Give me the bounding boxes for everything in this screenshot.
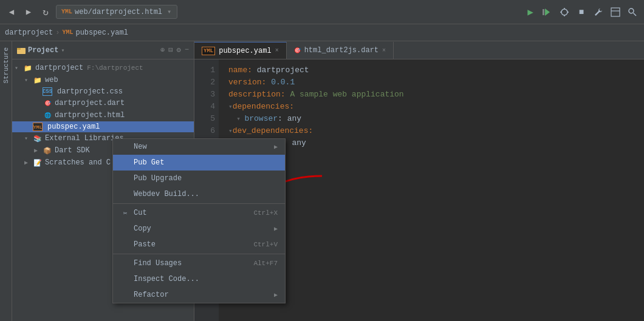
ctx-new[interactable]: New ▶ [113,139,285,155]
tab-pubspec-yaml[interactable]: YML pubspec.yaml × [194,42,287,59]
html-file-icon: 🌐 [43,110,52,120]
scratch-icon: 📝 [33,158,43,167]
code-line-6: ▾dev_dependencies: [228,125,644,137]
inspect-icon [120,274,130,284]
ctx-find-usages-shortcut: Alt+F7 [253,260,278,267]
tree-css-file[interactable]: CSS dartproject.css [12,86,194,97]
ctx-paste-label: Paste [134,240,250,249]
panel-title: Project [28,46,58,55]
root-folder-icon: 📁 [23,63,33,73]
svg-rect-1 [543,9,544,15]
context-menu: New ▶ Pub Get Pub Upgrade Webdev Build..… [112,138,286,303]
sidebar-vertical-tab: Structure [0,41,12,321]
add-icon[interactable]: ⊕ [160,46,165,55]
yaml-file-icon: YML [33,123,43,131]
gear-icon[interactable]: ⚙ [177,46,181,55]
code-line-1: name: dartproject [228,64,644,76]
tree-html-file[interactable]: 🌐 dartproject.html [12,109,194,121]
scratch-arrow: ▶ [24,159,33,166]
pub-upgrade-icon [120,174,130,183]
run-button[interactable]: ▶ [524,5,537,19]
panel-collapse-arrow[interactable]: ▾ [61,47,64,54]
yaml-label: pubspec.yaml [47,123,100,131]
search-button[interactable] [626,5,639,19]
ctx-cut-label: Cut [134,209,250,217]
yaml-tab-icon: YML [202,47,215,55]
ctx-new-label: New [134,143,270,151]
yaml-tab-close[interactable]: × [275,47,279,54]
web-arrow: ▾ [24,76,33,84]
tree-web-folder[interactable]: ▾ 📁 web [12,74,194,86]
collapse-all-icon[interactable]: ⊟ [168,46,173,55]
ctx-paste[interactable]: Paste Ctrl+V [113,237,285,252]
dart-tab-icon: 🎯 [294,47,301,54]
ctx-pub-get-label: Pub Get [134,158,278,167]
paste-icon [120,240,130,249]
url-bar[interactable]: YML web/dartproject.html ▾ [56,5,177,19]
ctx-pub-upgrade[interactable]: Pub Upgrade [113,171,285,186]
folder-icon [17,46,26,55]
code-line-5: ▾ browser: any [228,113,644,125]
sdk-icon: 📦 [43,146,52,155]
code-line-7: ▾ unittest: any [228,137,644,149]
dart-tab-close[interactable]: × [382,47,386,54]
copy-arrow: ▶ [274,225,278,232]
tree-dart-file[interactable]: 🎯 dartproject.dart [12,97,194,109]
toolbar: ◀ ▶ ↻ YML web/dartproject.html ▾ ▶ ■ [0,0,644,24]
refresh-button[interactable]: ↻ [39,5,52,19]
structure-tab-label[interactable]: Structure [2,47,10,83]
ctx-sep-1 [113,203,285,204]
stop-button[interactable]: ■ [575,5,588,19]
debug-button[interactable] [541,5,554,19]
svg-line-10 [634,13,637,16]
ext-arrow: ▾ [24,135,33,142]
root-arrow: ▾ [15,64,23,72]
web-folder-icon: 📁 [33,75,43,85]
ctx-find-usages-label: Find Usages [134,259,250,268]
ctx-webdev-label: Webdev Build... [134,190,278,198]
svg-rect-7 [611,8,620,16]
ctx-cut[interactable]: ✂ Cut Ctrl+X [113,205,285,221]
tab-html-dart2js[interactable]: 🎯 html_dart2js.dart × [287,42,394,59]
sdk-arrow: ▶ [34,147,43,154]
tree-root[interactable]: ▾ 📁 dartproject F:\dartproject [12,62,194,74]
sdk-label: Dart SDK [55,146,90,155]
ctx-refactor[interactable]: Refactor ▶ [113,287,285,303]
webdev-icon [120,189,130,199]
css-file-icon: CSS [43,87,52,96]
minus-icon[interactable]: − [185,46,189,55]
layout-button[interactable] [609,5,622,19]
svg-point-9 [629,8,634,13]
ctx-paste-shortcut: Ctrl+V [253,241,278,248]
forward-button[interactable]: ▶ [22,5,35,19]
dart-label: dartproject.dart [55,99,125,107]
ctx-pub-get[interactable]: Pub Get [113,155,285,171]
back-button[interactable]: ◀ [5,5,18,19]
pub-get-icon [120,158,130,167]
svg-marker-0 [545,8,550,16]
code-line-3: description: A sample web application [228,89,644,101]
breadcrumb-file[interactable]: pubspec.yaml [75,29,128,37]
ctx-webdev-build[interactable]: Webdev Build... [113,186,285,202]
breadcrumb-file-icon: YML [62,29,73,36]
ctx-find-usages[interactable]: Find Usages Alt+F7 [113,255,285,271]
panel-header: Project ▾ ⊕ ⊟ ⚙ − [12,41,194,59]
ctx-inspect-label: Inspect Code... [134,275,278,283]
web-label: web [45,76,58,84]
ctx-sep-2 [113,254,285,254]
svg-point-2 [561,9,567,15]
ctx-copy-label: Copy [134,225,270,233]
root-path: F:\dartproject [87,64,143,72]
cut-icon: ✂ [120,208,130,218]
ctx-copy[interactable]: Copy ▶ [113,221,285,237]
refactor-icon [120,290,130,300]
tree-yaml-file[interactable]: YML pubspec.yaml [12,121,194,132]
svg-rect-12 [17,48,21,50]
breadcrumb-project[interactable]: dartproject [5,29,53,37]
build-button[interactable] [558,5,571,19]
wrench-button[interactable] [592,5,605,19]
css-label: dartproject.css [57,87,123,96]
ctx-pub-upgrade-label: Pub Upgrade [134,174,278,183]
yaml-tab-label: pubspec.yaml [219,47,271,55]
ctx-inspect-code[interactable]: Inspect Code... [113,271,285,287]
